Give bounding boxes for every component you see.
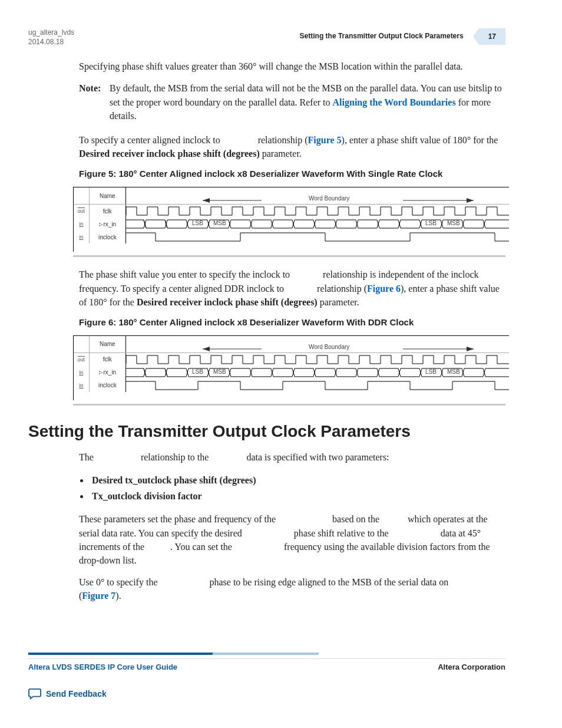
p5-b: based on the bbox=[330, 514, 382, 524]
bullet-1: Desired tx_outclock phase shift (degrees… bbox=[90, 472, 505, 488]
p6-a: Use 0° to specify the bbox=[79, 577, 160, 587]
waveform-5: Name Word Boundary out fclk bbox=[73, 187, 509, 252]
link-figure-5[interactable]: Figure 5 bbox=[308, 135, 342, 145]
svg-marker-4 bbox=[467, 198, 474, 203]
p5-f: . You can set the bbox=[170, 542, 234, 552]
svg-marker-6 bbox=[203, 347, 210, 351]
msb-label-2b: MSB bbox=[447, 368, 460, 375]
fclk-out-icon-6: out bbox=[74, 353, 90, 366]
footer-guide-link[interactable]: Altera LVDS SERDES IP Core User Guide bbox=[28, 663, 177, 671]
note-label: Note: bbox=[79, 81, 110, 123]
row-inclock-label-6: inclock bbox=[90, 379, 126, 392]
page-footer: Altera LVDS SERDES IP Core User Guide Al… bbox=[28, 658, 505, 700]
rxin-in-icon-6: in bbox=[74, 366, 90, 379]
p3-bold: Desired receiver inclock phase shift (de… bbox=[137, 297, 318, 307]
lsb-label-2a: LSB bbox=[192, 368, 203, 375]
link-figure-6[interactable]: Figure 6 bbox=[367, 284, 401, 294]
bullet-2: Tx_outclock division factor bbox=[90, 488, 505, 504]
figure-5-divider bbox=[73, 255, 505, 257]
row-fclk-label: fclk bbox=[90, 205, 126, 218]
para-set-phase-freq: These parameters set the phase and frequ… bbox=[79, 512, 505, 567]
send-feedback-link[interactable]: Send Feedback bbox=[28, 688, 505, 700]
figure-6-divider bbox=[73, 404, 505, 406]
p3-c: relationship ( bbox=[315, 284, 367, 294]
bullet-2-text: Tx_outclock division factor bbox=[92, 491, 202, 501]
para-independent: The phase shift value you enter to speci… bbox=[79, 268, 505, 309]
para-use-zero: Use 0° to specify the phase to be rising… bbox=[79, 575, 505, 602]
inclock-signal-srate bbox=[126, 230, 509, 243]
p2-b: relationship ( bbox=[256, 135, 308, 145]
wave-name-header-6: Name bbox=[90, 336, 126, 353]
msb-label-1b: MSB bbox=[447, 220, 460, 226]
note-block: Note: By default, the MSB from the seria… bbox=[79, 81, 505, 123]
para-phase-shift: Specifying phase shift values greater th… bbox=[79, 60, 505, 73]
figure-6-title: Figure 6: 180° Center Aligned inclock x8… bbox=[79, 317, 505, 327]
inclock-in-icon-6: in bbox=[74, 379, 90, 392]
row-fclk-label-6: fclk bbox=[90, 353, 126, 366]
lsb-label-1b: LSB bbox=[425, 220, 437, 226]
p4-c: data is specified with two parameters: bbox=[244, 452, 389, 462]
p5-d: phase shift relative to the bbox=[292, 528, 391, 538]
bullet-list: Desired tx_outclock phase shift (degrees… bbox=[79, 472, 505, 504]
p4-a: The bbox=[79, 452, 96, 462]
para-two-params: The relationship to the data is specifie… bbox=[79, 450, 505, 464]
p2-a: To specify a center aligned inclock to bbox=[79, 135, 223, 145]
fclk-signal-6 bbox=[126, 353, 509, 366]
link-figure-7[interactable]: Figure 7 bbox=[82, 591, 115, 601]
lsb-label-1a: LSB bbox=[192, 220, 203, 226]
word-boundary-label-6: Word Boundary bbox=[309, 344, 349, 350]
figure-5: Name Word Boundary out fclk bbox=[73, 187, 505, 257]
p3-a: The phase shift value you enter to speci… bbox=[79, 269, 292, 279]
page-number-decor bbox=[473, 28, 479, 45]
feedback-icon bbox=[28, 688, 41, 700]
doc-date: 2014.08.18 bbox=[28, 38, 74, 47]
svg-marker-8 bbox=[467, 347, 474, 351]
header-left: ug_altera_lvds 2014.08.18 bbox=[28, 28, 74, 47]
p4-b: relationship to the bbox=[138, 452, 211, 462]
p2-d: parameter. bbox=[260, 149, 302, 159]
header-title: Setting the Transmitter Output Clock Par… bbox=[296, 28, 473, 45]
p6-b: phase to be rising edge aligned to the M… bbox=[207, 577, 451, 587]
wave-name-header: Name bbox=[90, 187, 126, 204]
msb-label-2a: MSB bbox=[213, 368, 226, 375]
fclk-signal bbox=[126, 205, 509, 218]
row-inclock-label: inclock bbox=[90, 230, 126, 243]
fclk-out-icon: out bbox=[74, 205, 90, 218]
lsb-label-2b: LSB bbox=[425, 368, 437, 375]
footer-stripe bbox=[28, 653, 505, 655]
p5-a: These parameters set the phase and frequ… bbox=[79, 514, 278, 524]
svg-marker-1 bbox=[203, 198, 210, 203]
page-number: 17 bbox=[479, 28, 505, 45]
doc-id: ug_altera_lvds bbox=[28, 28, 74, 38]
page-header: ug_altera_lvds 2014.08.18 Setting the Tr… bbox=[28, 28, 505, 47]
note-body: By default, the MSB from the serial data… bbox=[110, 81, 505, 123]
p3-e: parameter. bbox=[318, 297, 359, 307]
rxin-in-icon: in bbox=[74, 218, 90, 230]
p6-d: ). bbox=[115, 591, 121, 601]
link-align-word-boundaries[interactable]: Aligning the Word Boundaries bbox=[333, 97, 456, 107]
waveform-6: Name Word Boundary out fclk bbox=[73, 335, 509, 400]
p2-c: ), enter a phase shift value of 180° for… bbox=[342, 135, 498, 145]
feedback-label: Send Feedback bbox=[46, 689, 107, 699]
footer-corp: Altera Corporation bbox=[438, 663, 505, 671]
header-right: Setting the Transmitter Output Clock Par… bbox=[296, 28, 505, 45]
wave-icon-header-6 bbox=[74, 336, 90, 353]
word-boundary-label: Word Boundary bbox=[309, 195, 349, 202]
msb-label-1a: MSB bbox=[213, 220, 226, 226]
para-specify-center: To specify a center aligned inclock to r… bbox=[79, 133, 505, 160]
p2-bold: Desired receiver inclock phase shift (de… bbox=[79, 149, 260, 159]
section-heading: Setting the Transmitter Output Clock Par… bbox=[28, 422, 505, 441]
inclock-in-icon: in bbox=[74, 230, 90, 243]
wave-icon-header bbox=[74, 187, 90, 204]
figure-6: Name Word Boundary out fclk bbox=[73, 335, 505, 406]
inclock-signal-ddr bbox=[126, 379, 509, 392]
row-rxin-label: ▷rx_in bbox=[90, 218, 126, 230]
bullet-1-text: Desired tx_outclock phase shift (degrees… bbox=[92, 475, 256, 485]
figure-5-title: Figure 5: 180° Center Aligned inclock x8… bbox=[79, 169, 505, 179]
row-rxin-label-6: ▷rx_in bbox=[90, 366, 126, 379]
